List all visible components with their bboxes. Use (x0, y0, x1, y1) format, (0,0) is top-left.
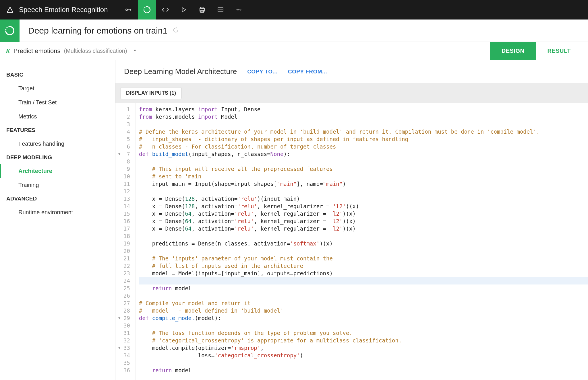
code-line[interactable]: # 'categorical_crossentropy' is appropri… (139, 337, 588, 344)
code-line[interactable] (139, 292, 588, 299)
gutter-line: 15 (118, 210, 130, 217)
code-line[interactable]: # Define the keras architecture of your … (139, 128, 588, 135)
gutter-line: 28 (118, 307, 130, 314)
chevron-down-icon (132, 48, 138, 54)
gutter-line: 11 (118, 180, 130, 188)
sidebar-item-features-handling[interactable]: Features handling (0, 137, 115, 151)
subheader: K Predict emotions (Multiclass classific… (0, 42, 588, 60)
code-line[interactable]: # This input will receive all the prepro… (139, 165, 588, 173)
code-line[interactable]: x = Dense(128, activation='relu')(input_… (139, 195, 588, 202)
refresh-icon[interactable] (173, 27, 179, 34)
fold-marker-icon[interactable]: ▼ (118, 344, 120, 352)
gutter-line: 1 (118, 106, 130, 113)
code-line[interactable]: x = Dense(64, activation='relu', kernel_… (139, 225, 588, 232)
code-line[interactable]: x = Dense(64, activation='relu', kernel_… (139, 210, 588, 217)
code-line[interactable]: model.compile(optimizer='rmsprop', (139, 344, 588, 352)
code-line[interactable] (139, 232, 588, 240)
code-icon[interactable] (156, 0, 175, 20)
sidebar-item-architecture[interactable]: Architecture (0, 164, 115, 178)
sidebar-item-metrics[interactable]: Metrics (0, 110, 115, 124)
gutter-line: 26 (118, 292, 130, 299)
flow-icon[interactable] (119, 0, 138, 20)
code-line[interactable]: # n_classes - For classification, number… (139, 143, 588, 150)
code-editor[interactable]: 1234567▼89101112131415161718192021222324… (115, 103, 588, 380)
code-line[interactable]: from keras.layers import Input, Dense (139, 106, 588, 113)
code-line[interactable]: # Compile your model and return it (139, 299, 588, 307)
code-line[interactable] (139, 188, 588, 195)
code-line[interactable] (139, 120, 588, 128)
gutter-line: 6 (118, 143, 130, 150)
app-logo-icon[interactable] (3, 6, 17, 14)
model-type-icon[interactable] (0, 20, 20, 42)
sidebar-item-train-test-set[interactable]: Train / Test Set (0, 96, 115, 110)
gutter-line: 34 (118, 352, 130, 359)
code-line[interactable] (139, 322, 588, 329)
panel-icon[interactable] (211, 0, 230, 20)
editor-code[interactable]: from keras.layers import Input, Densefro… (136, 103, 588, 380)
code-line[interactable]: loss='categorical_crossentropy') (139, 352, 588, 359)
gutter-line: 21 (118, 255, 130, 262)
gutter-line: 27 (118, 299, 130, 307)
code-line[interactable]: predictions = Dense(n_classes, activatio… (139, 240, 588, 247)
code-line[interactable]: return model (139, 367, 588, 374)
print-icon[interactable] (193, 0, 211, 20)
code-line[interactable]: # The 'inputs' parameter of your model m… (139, 255, 588, 262)
main: BASICTargetTrain / Test SetMetricsFEATUR… (0, 60, 588, 380)
gutter-line: 32 (118, 337, 130, 344)
gutter-line: 20 (118, 247, 130, 255)
code-line[interactable]: return model (139, 284, 588, 292)
gutter-line: 9 (118, 165, 130, 173)
gutter-line: 2 (118, 113, 130, 120)
gutter-line: 7▼ (118, 150, 130, 158)
svg-point-5 (237, 9, 238, 10)
gutter-line: 17 (118, 225, 130, 232)
sidebar-group: BASIC (0, 68, 115, 81)
svg-point-0 (126, 9, 127, 11)
code-line[interactable]: x = Dense(64, activation='relu', kernel_… (139, 217, 588, 225)
sidebar-group: FEATURES (0, 124, 115, 137)
sidebar: BASICTargetTrain / Test SetMetricsFEATUR… (0, 60, 115, 380)
code-line[interactable] (139, 359, 588, 367)
code-line[interactable]: def build_model(input_shapes, n_classes=… (139, 150, 588, 158)
page-title: Deep learning for emotions on train1 (28, 26, 167, 36)
display-inputs-button[interactable]: DISPLAY INPUTS (1) (121, 87, 181, 99)
gutter-line: 29▼ (118, 314, 130, 322)
task-selector[interactable]: K Predict emotions (Multiclass classific… (6, 47, 138, 55)
view-tabs: DESIGN RESULT (490, 42, 582, 60)
more-icon[interactable] (230, 0, 248, 20)
topbar: Speech Emotion Recognition (0, 0, 588, 20)
code-line[interactable]: # full list of inputs used in the archit… (139, 262, 588, 270)
code-line[interactable] (139, 247, 588, 255)
panel-header: Deep Learning Model Architecture COPY TO… (115, 60, 588, 83)
code-line[interactable]: # The loss function depends on the type … (139, 329, 588, 337)
code-line[interactable] (139, 277, 588, 284)
code-line[interactable]: input_main = Input(shape=input_shapes["m… (139, 180, 588, 188)
copy-to-link[interactable]: COPY TO... (247, 69, 278, 75)
sidebar-group: ADVANCED (0, 192, 115, 205)
fold-marker-icon[interactable]: ▼ (118, 150, 120, 158)
copy-from-link[interactable]: COPY FROM... (288, 69, 327, 75)
gutter-line: 13 (118, 195, 130, 202)
code-line[interactable]: # input_shapes - dictionary of shapes pe… (139, 135, 588, 143)
sidebar-item-training[interactable]: Training (0, 178, 115, 192)
fold-marker-icon[interactable]: ▼ (118, 314, 120, 322)
code-line[interactable]: def compile_model(model): (139, 314, 588, 322)
task-subtype: (Multiclass classification) (64, 48, 127, 54)
task-name: Predict emotions (13, 47, 61, 55)
code-line[interactable]: model = Model(inputs=[input_main], outpu… (139, 270, 588, 277)
sidebar-item-runtime-environment[interactable]: Runtime environment (0, 205, 115, 219)
run-icon[interactable] (175, 0, 193, 20)
sidebar-item-target[interactable]: Target (0, 81, 115, 96)
project-name[interactable]: Speech Emotion Recognition (19, 6, 108, 14)
code-line[interactable] (139, 158, 588, 165)
gutter-line: 23 (118, 270, 130, 277)
gutter-line: 4 (118, 128, 130, 135)
lab-icon[interactable] (138, 0, 156, 20)
tab-design[interactable]: DESIGN (490, 42, 536, 60)
code-line[interactable]: from keras.models import Model (139, 113, 588, 120)
tab-result[interactable]: RESULT (536, 42, 582, 60)
code-line[interactable]: x = Dense(128, activation='relu', kernel… (139, 202, 588, 210)
panel-heading: Deep Learning Model Architecture (124, 67, 237, 76)
code-line[interactable]: # model - model defined in 'build_model' (139, 307, 588, 314)
code-line[interactable]: # sent to 'main' (139, 173, 588, 180)
